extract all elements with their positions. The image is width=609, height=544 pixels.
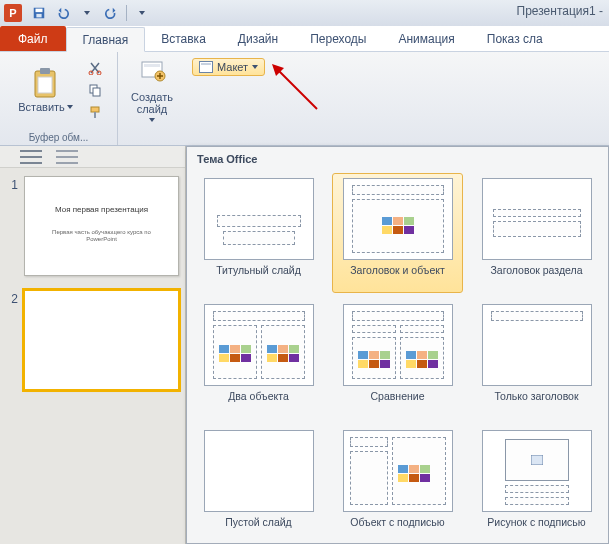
svg-rect-17 — [531, 455, 543, 465]
thumb-num-2: 2 — [6, 290, 18, 390]
thumb-1-title: Моя первая презентация — [40, 205, 162, 214]
app-icon: P — [4, 4, 22, 22]
tab-animation[interactable]: Анимация — [382, 26, 470, 51]
undo-dropdown-icon[interactable] — [76, 2, 98, 24]
ribbon: Вставить Буфер обм... Создать слайд Маке… — [0, 52, 609, 146]
layout-comparison[interactable]: Сравнение — [332, 299, 463, 419]
new-slide-button[interactable]: Создать слайд — [124, 56, 180, 125]
format-painter-icon[interactable] — [84, 102, 106, 122]
save-icon[interactable] — [28, 2, 50, 24]
thumb-1[interactable]: Моя первая презентация Первая часть обуч… — [24, 176, 179, 276]
window-title: Презентация1 - — [517, 4, 604, 18]
gallery-body[interactable]: Титульный слайд Заголовок и объект — [187, 169, 608, 543]
layout-content-caption[interactable]: Объект с подписью — [332, 425, 463, 543]
copy-icon[interactable] — [84, 80, 106, 100]
layout-section-header[interactable]: Заголовок раздела — [471, 173, 602, 293]
tab-slideshow[interactable]: Показ сла — [471, 26, 559, 51]
tab-home[interactable]: Главная — [66, 27, 146, 52]
cut-icon[interactable] — [84, 58, 106, 78]
layout-title-slide[interactable]: Титульный слайд — [193, 173, 324, 293]
layout-gallery: Тема Office Титульный слайд За — [186, 146, 609, 544]
group-slides: Создать слайд — [118, 52, 186, 145]
svg-rect-13 — [144, 64, 160, 67]
thumb-1-sub: Первая часть обучающего курса по PowerPo… — [37, 229, 166, 243]
svg-line-15 — [278, 70, 317, 109]
qat-customize-icon[interactable] — [131, 2, 153, 24]
svg-marker-16 — [272, 64, 284, 76]
svg-rect-10 — [91, 107, 99, 112]
group-clipboard: Вставить Буфер обм... — [0, 52, 118, 145]
thumbnails: 1 Моя первая презентация Первая часть об… — [0, 168, 185, 412]
tab-design[interactable]: Дизайн — [222, 26, 294, 51]
main-area: 1 Моя первая презентация Первая часть об… — [0, 146, 609, 544]
svg-rect-4 — [40, 68, 50, 74]
layout-title-content[interactable]: Заголовок и объект — [332, 173, 463, 293]
layout-button[interactable]: Макет — [192, 58, 265, 76]
paste-label: Вставить — [18, 101, 65, 113]
layout-icon — [199, 61, 213, 73]
annotation-arrow — [272, 64, 332, 128]
gallery-header: Тема Office — [187, 147, 608, 169]
svg-rect-5 — [38, 77, 52, 93]
group-clipboard-label: Буфер обм... — [8, 132, 109, 143]
thumb-2[interactable] — [24, 290, 179, 390]
ribbon-tabs: Файл Главная Вставка Дизайн Переходы Ани… — [0, 26, 609, 52]
tab-insert[interactable]: Вставка — [145, 26, 222, 51]
redo-icon[interactable] — [100, 2, 122, 24]
layout-picture-caption[interactable]: Рисунок с подписью — [471, 425, 602, 543]
layout-title-only[interactable]: Только заголовок — [471, 299, 602, 419]
panel-tabs — [0, 146, 185, 168]
thumb-num-1: 1 — [6, 176, 18, 276]
layout-blank[interactable]: Пустой слайд — [193, 425, 324, 543]
undo-icon[interactable] — [52, 2, 74, 24]
tab-file[interactable]: Файл — [0, 26, 66, 51]
thumbnails-tab-icon[interactable] — [20, 150, 42, 164]
new-slide-label: Создать слайд — [131, 91, 173, 115]
thumb-row-2[interactable]: 2 — [6, 290, 179, 390]
svg-rect-9 — [93, 88, 100, 96]
tab-transitions[interactable]: Переходы — [294, 26, 382, 51]
title-bar: P Презентация1 - — [0, 0, 609, 26]
svg-rect-2 — [36, 14, 41, 18]
layout-label: Макет — [217, 61, 248, 73]
outline-tab-icon[interactable] — [56, 150, 78, 164]
layout-two-content[interactable]: Два объекта — [193, 299, 324, 419]
thumb-row-1[interactable]: 1 Моя первая презентация Первая часть об… — [6, 176, 179, 276]
svg-rect-11 — [94, 112, 96, 118]
quick-access-toolbar — [28, 2, 153, 24]
paste-button[interactable]: Вставить — [11, 56, 80, 124]
slide-panel: 1 Моя первая презентация Первая часть об… — [0, 146, 186, 544]
svg-rect-1 — [36, 9, 43, 13]
layout-button-wrap: Макет — [186, 52, 271, 145]
